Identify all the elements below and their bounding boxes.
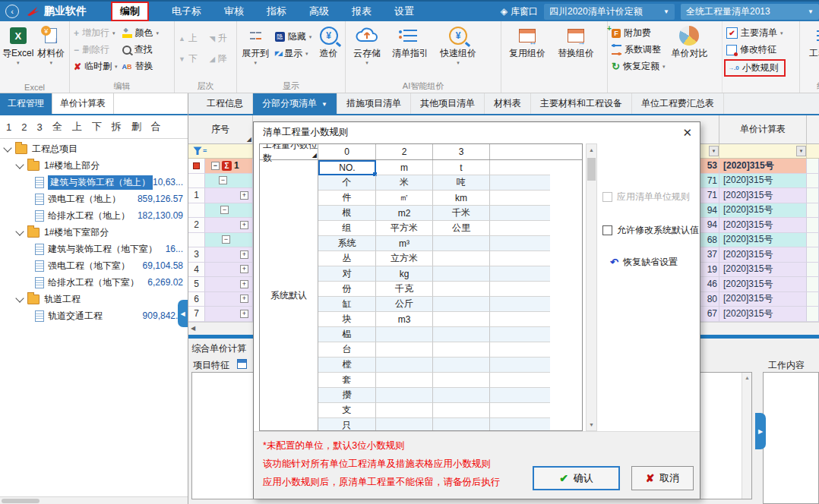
main-list-button[interactable]: ✔主要清单▾ — [724, 26, 786, 40]
tree-item[interactable]: 工程总项目 — [0, 140, 187, 157]
tab-bill-of-quantities[interactable]: 分部分项清单▼ — [253, 93, 337, 114]
tab-other-items[interactable]: 其他项目清单 — [411, 93, 485, 114]
export-excel-button[interactable]: X 导Excel▾ — [2, 24, 35, 65]
apply-unit-rule-checkbox[interactable]: 应用清单单位规则 — [602, 191, 690, 203]
column-header-seq[interactable]: 序号◢ — [188, 115, 253, 143]
panel-expand-handle[interactable]: ▶ — [755, 413, 766, 449]
quick-price-button[interactable]: ¥ 快速组价▾ — [434, 24, 482, 65]
price-compare-button[interactable]: 单价对比 — [667, 24, 711, 60]
replace-button[interactable]: AB替换 — [120, 59, 162, 74]
delete-row-button[interactable]: −删除行 — [71, 43, 120, 57]
swap-price-button[interactable]: 替换组价 — [552, 24, 600, 60]
move-down-button[interactable]: ▼下 — [176, 52, 200, 66]
calculator-icon[interactable] — [237, 359, 247, 369]
collapse-expander[interactable]: − — [211, 162, 220, 170]
tab-measure-items[interactable]: 措施项目清单 — [337, 93, 411, 114]
expand-expander[interactable]: + — [240, 265, 248, 273]
tree-item[interactable]: 强电工程（地下室）69,104.58 — [0, 257, 187, 274]
column-header-clipped[interactable] — [700, 115, 719, 143]
material-price-button[interactable]: ¥↓ 材料价▾ — [35, 24, 68, 65]
level-2-button[interactable]: 2 — [21, 121, 27, 133]
cancel-button[interactable]: ✘ 取消 — [631, 466, 694, 490]
level-1-button[interactable]: 1 — [6, 121, 11, 133]
move-up-button[interactable]: 上 — [72, 120, 82, 134]
menu-advanced[interactable]: 高级 — [309, 5, 329, 18]
tree-item[interactable]: 轨道工程 — [0, 291, 187, 307]
expand-expander[interactable]: + — [240, 295, 248, 303]
tab-project-info[interactable]: 工程信息 — [198, 93, 253, 114]
expand-to-button[interactable]: 展开到▾ — [239, 24, 273, 65]
expand-expander[interactable]: + — [240, 221, 248, 229]
tab-composite-price[interactable]: 综合单价计算 — [191, 342, 254, 355]
menu-audit[interactable]: 审核 — [224, 5, 244, 18]
menu-index[interactable]: 指标 — [267, 5, 286, 18]
tree-item-selected[interactable]: 建筑与装饰工程（地上）10,63... — [0, 174, 187, 191]
expand-all-button[interactable]: 全 — [52, 120, 62, 134]
back-icon[interactable]: ‹ — [5, 5, 19, 18]
tab-material-table[interactable]: 材料表 — [485, 93, 531, 114]
vertical-scrollbar[interactable]: ▲ — [742, 373, 751, 499]
header-3-digits[interactable]: 3 — [433, 144, 490, 159]
reuse-price-button[interactable]: 复用组价 — [503, 24, 552, 60]
collapse-expander[interactable]: − — [222, 235, 230, 244]
level-lower-button[interactable]: ◢降 — [207, 52, 229, 66]
modify-feature-button[interactable]: 修改特征 — [724, 43, 786, 57]
tree-item[interactable]: 1#楼地下室部分 — [0, 224, 187, 241]
filter-cell-seq[interactable]: = — [188, 144, 253, 158]
scroll-down-icon[interactable]: ▼ — [587, 419, 596, 430]
chevron-down-icon[interactable] — [3, 143, 11, 152]
expand-expander[interactable]: + — [240, 191, 248, 200]
scroll-up-icon[interactable]: ▲ — [745, 375, 750, 380]
filter-cell[interactable]: ▼ — [700, 144, 719, 158]
menu-ebid[interactable]: 电子标 — [172, 5, 201, 18]
collapse-expander[interactable]: − — [220, 206, 229, 214]
tab-main-material-equipment[interactable]: 主要材料和工程设备 — [531, 93, 632, 114]
scrollbar-thumb[interactable] — [2, 499, 40, 503]
cloud-storage-button[interactable]: 云存储▾ — [347, 24, 387, 65]
color-button[interactable]: 颜色▾ — [120, 26, 162, 40]
menu-report[interactable]: 报表 — [352, 5, 372, 18]
tab-project-manage[interactable]: 工程管理 — [0, 93, 52, 114]
expand-expander[interactable]: + — [240, 310, 248, 318]
decimal-rule-button[interactable]: →.0小数规则 — [724, 59, 786, 77]
hide-button[interactable]: 隐隐藏▾ — [273, 30, 315, 44]
scroll-up-icon[interactable]: ▲ — [587, 144, 596, 156]
temp-delete-button[interactable]: ✘临时删▾ — [71, 59, 120, 74]
level-3-button[interactable]: 3 — [36, 121, 42, 133]
tree-item[interactable]: 给排水工程（地上）182,130.09 — [0, 207, 187, 224]
project-check-button[interactable]: 工程自 — [802, 24, 819, 60]
coefficient-adjust-button[interactable]: 系数调整 — [609, 43, 667, 57]
add-row-button[interactable]: +增加行▾ — [71, 26, 120, 40]
scroll-left-icon[interactable]: ◀ — [191, 325, 195, 332]
horizontal-scrollbar[interactable] — [0, 496, 188, 504]
tree-item[interactable]: 建筑与装饰工程（地下室）16... — [0, 241, 187, 257]
menu-settings[interactable]: 设置 — [394, 5, 414, 18]
selected-cell[interactable]: NO. — [318, 160, 376, 175]
header-0-digits[interactable]: 0 — [318, 144, 376, 159]
chevron-down-icon[interactable] — [15, 227, 24, 235]
list-library-select[interactable]: 全统工程量清单2013 ▼ — [681, 4, 819, 20]
cost-button[interactable]: ¥ 造价 — [314, 24, 343, 60]
tree-item[interactable]: 给排水工程（地下室）6,269.02 — [0, 274, 187, 291]
restore-default-link[interactable]: ↶ 恢复缺省设置 — [610, 256, 678, 269]
tab-unit-cost-summary[interactable]: 单位工程费汇总表 — [632, 93, 724, 114]
find-button[interactable]: 查找 — [120, 43, 162, 57]
expand-expander[interactable]: + — [240, 250, 248, 259]
confirm-button[interactable]: ✔ 确认 — [533, 466, 620, 490]
expand-expander[interactable]: + — [240, 280, 248, 288]
restore-quota-button[interactable]: ↻恢复定额▾ — [609, 59, 667, 74]
filter-dropdown-icon[interactable]: ▼ — [796, 146, 806, 156]
tree-item[interactable]: 1#楼地上部分 — [0, 157, 187, 174]
column-header-price-calc[interactable]: 单价计算表 — [719, 115, 807, 143]
filter-cell[interactable]: ▼ — [719, 144, 807, 158]
allow-modify-default-checkbox[interactable]: 允许修改系统默认值 — [602, 224, 699, 237]
chevron-down-icon[interactable] — [15, 160, 24, 169]
tree-item[interactable]: 强电工程（地上）859,126.57 — [0, 191, 187, 207]
surcharge-button[interactable]: F附加费 — [609, 26, 667, 40]
move-up-button[interactable]: ▲上 — [176, 31, 200, 46]
tree-item[interactable]: 轨道交通工程909,842.6 — [0, 307, 187, 324]
move-down-button[interactable]: 下 — [92, 120, 102, 134]
header-2-digits[interactable]: 2 — [376, 144, 433, 159]
merge-button[interactable]: 合 — [151, 120, 161, 134]
library-window-button[interactable]: ◈ 库窗口 — [501, 5, 538, 18]
